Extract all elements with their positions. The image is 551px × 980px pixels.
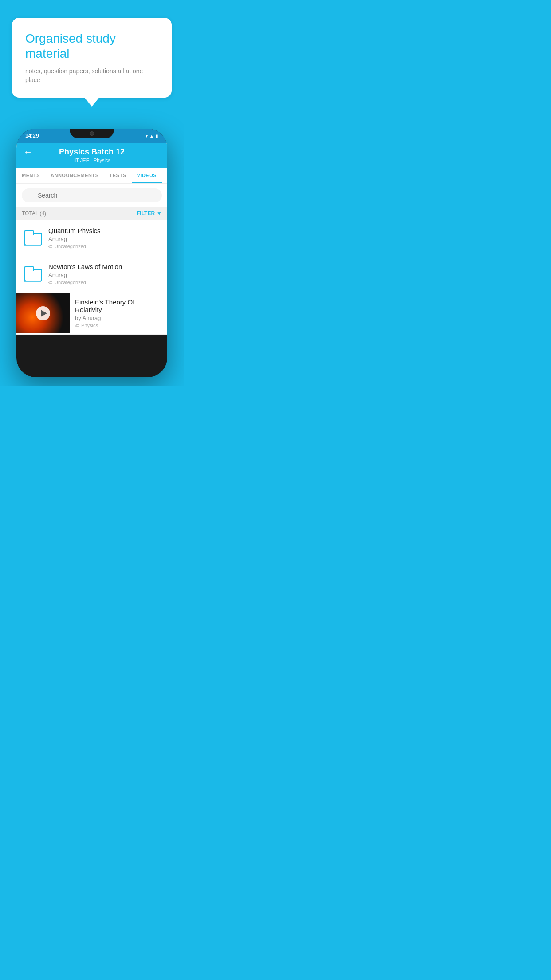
- play-button-3[interactable]: [36, 306, 50, 320]
- search-input[interactable]: [22, 188, 162, 202]
- speech-bubble: Organised study material notes, question…: [12, 18, 172, 98]
- video-tag-1: 🏷 Uncategorized: [48, 244, 162, 249]
- video-info-3: Einstein's Theory Of Relativity by Anura…: [70, 292, 167, 334]
- video-author-1: Anurag: [48, 236, 162, 242]
- back-button[interactable]: ←: [24, 147, 32, 157]
- video-folder-icon-2: [22, 262, 43, 285]
- battery-icon: ▮: [156, 134, 158, 138]
- header-top: ← Physics Batch 12: [24, 147, 160, 157]
- header-title: Physics Batch 12: [59, 147, 125, 157]
- tab-videos[interactable]: VIDEOS: [132, 168, 162, 183]
- wifi-icon: ▾: [146, 134, 148, 138]
- video-tag-label-2: Uncategorized: [55, 280, 86, 285]
- filter-row: TOTAL (4) FILTER ▼: [16, 207, 167, 220]
- header-subtitle: IIT JEE Physics: [73, 158, 110, 163]
- video-tag-3: 🏷 Physics: [75, 323, 162, 328]
- thumb-bg-3: [16, 293, 70, 333]
- header-tag-physics: Physics: [94, 158, 110, 163]
- bubble-subtitle: notes, question papers, solutions all at…: [25, 67, 158, 84]
- play-triangle-icon: [41, 310, 47, 317]
- video-thumbnail-3: [16, 293, 70, 333]
- video-item-3[interactable]: Einstein's Theory Of Relativity by Anura…: [16, 292, 167, 335]
- search-container: 🔍: [16, 184, 167, 207]
- filter-button[interactable]: FILTER ▼: [137, 210, 162, 217]
- video-tag-label-3: Physics: [81, 323, 98, 328]
- phone-notch: [70, 129, 114, 138]
- video-list: Quantum Physics Anurag 🏷 Uncategorized: [16, 220, 167, 335]
- phone-wrapper: 14:29 ▾ ▲ ▮ ← Physics Batch 12 IIT JEE P…: [0, 129, 184, 386]
- tab-announcements[interactable]: ANNOUNCEMENTS: [45, 168, 104, 183]
- video-author-3: by Anurag: [75, 315, 162, 321]
- app-header: ← Physics Batch 12 IIT JEE Physics: [16, 143, 167, 168]
- tabs-bar: MENTS ANNOUNCEMENTS TESTS VIDEOS: [16, 168, 167, 184]
- phone-content: ← Physics Batch 12 IIT JEE Physics MENTS…: [16, 143, 167, 335]
- video-title-2: Newton's Laws of Motion: [48, 263, 162, 270]
- total-label: TOTAL (4): [22, 210, 46, 217]
- filter-icon: ▼: [157, 210, 162, 217]
- video-author-2: Anurag: [48, 272, 162, 278]
- status-icons: ▾ ▲ ▮: [146, 134, 158, 138]
- video-title-1: Quantum Physics: [48, 227, 162, 234]
- video-tag-label-1: Uncategorized: [55, 244, 86, 249]
- tab-tests[interactable]: TESTS: [104, 168, 132, 183]
- filter-label: FILTER: [137, 210, 155, 217]
- camera: [90, 131, 94, 136]
- video-folder-icon-1: [22, 226, 43, 249]
- status-time: 14:29: [25, 133, 39, 139]
- tag-icon-2: 🏷: [48, 280, 53, 285]
- tag-icon-1: 🏷: [48, 244, 53, 249]
- video-item[interactable]: Quantum Physics Anurag 🏷 Uncategorized: [16, 220, 167, 256]
- video-title-3: Einstein's Theory Of Relativity: [75, 298, 162, 313]
- bubble-title: Organised study material: [25, 31, 158, 61]
- top-section: Organised study material notes, question…: [0, 0, 184, 107]
- header-tag-iitjee: IIT JEE: [73, 158, 89, 163]
- tag-icon-3: 🏷: [75, 323, 79, 328]
- video-item-2[interactable]: Newton's Laws of Motion Anurag 🏷 Uncateg…: [16, 256, 167, 292]
- video-info-2: Newton's Laws of Motion Anurag 🏷 Uncateg…: [48, 263, 162, 285]
- video-tag-2: 🏷 Uncategorized: [48, 280, 162, 285]
- phone-frame: 14:29 ▾ ▲ ▮ ← Physics Batch 12 IIT JEE P…: [16, 129, 167, 377]
- tab-ments[interactable]: MENTS: [16, 168, 45, 183]
- signal-icon: ▲: [150, 134, 154, 138]
- video-info-1: Quantum Physics Anurag 🏷 Uncategorized: [48, 227, 162, 249]
- search-wrapper: 🔍: [22, 188, 162, 202]
